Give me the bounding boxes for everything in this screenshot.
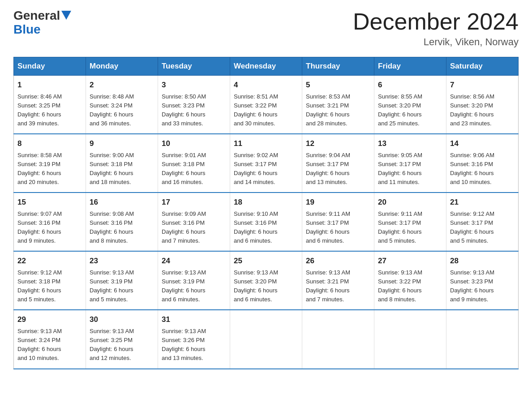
day-info: Sunrise: 9:10 AMSunset: 3:16 PMDaylight:…: [234, 210, 298, 246]
day-cell: 12Sunrise: 9:04 AMSunset: 3:17 PMDayligh…: [302, 134, 374, 193]
day-number: 10: [162, 138, 226, 150]
day-number: 22: [17, 255, 82, 267]
day-info: Sunrise: 9:11 AMSunset: 3:17 PMDaylight:…: [378, 210, 442, 246]
header-cell-thursday: Thursday: [302, 57, 374, 76]
week-row-4: 22Sunrise: 9:12 AMSunset: 3:18 PMDayligh…: [14, 251, 519, 310]
day-cell: 24Sunrise: 9:13 AMSunset: 3:19 PMDayligh…: [158, 251, 230, 310]
day-info: Sunrise: 9:13 AMSunset: 3:26 PMDaylight:…: [162, 327, 226, 363]
day-info: Sunrise: 9:05 AMSunset: 3:17 PMDaylight:…: [378, 151, 442, 187]
header-row: SundayMondayTuesdayWednesdayThursdayFrid…: [14, 57, 519, 76]
day-info: Sunrise: 9:07 AMSunset: 3:16 PMDaylight:…: [17, 210, 82, 246]
logo: General Blue: [13, 9, 71, 37]
day-cell: 26Sunrise: 9:13 AMSunset: 3:21 PMDayligh…: [302, 251, 374, 310]
day-number: 23: [90, 255, 154, 267]
day-info: Sunrise: 8:51 AMSunset: 3:22 PMDaylight:…: [234, 92, 298, 128]
day-info: Sunrise: 9:00 AMSunset: 3:18 PMDaylight:…: [90, 151, 154, 187]
day-info: Sunrise: 9:12 AMSunset: 3:18 PMDaylight:…: [17, 268, 82, 304]
day-info: Sunrise: 8:46 AMSunset: 3:25 PMDaylight:…: [17, 92, 82, 128]
day-info: Sunrise: 9:13 AMSunset: 3:23 PMDaylight:…: [450, 268, 515, 304]
day-number: 12: [306, 138, 370, 150]
day-number: 31: [162, 314, 226, 325]
day-info: Sunrise: 9:02 AMSunset: 3:17 PMDaylight:…: [234, 151, 298, 187]
day-cell: 28Sunrise: 9:13 AMSunset: 3:23 PMDayligh…: [446, 251, 519, 310]
day-cell: 31Sunrise: 9:13 AMSunset: 3:26 PMDayligh…: [158, 310, 230, 368]
day-cell: 14Sunrise: 9:06 AMSunset: 3:16 PMDayligh…: [446, 134, 519, 193]
day-cell: 10Sunrise: 9:01 AMSunset: 3:18 PMDayligh…: [158, 134, 230, 193]
day-info: Sunrise: 9:11 AMSunset: 3:17 PMDaylight:…: [306, 210, 370, 246]
day-info: Sunrise: 9:13 AMSunset: 3:25 PMDaylight:…: [90, 327, 154, 363]
calendar-body: 1Sunrise: 8:46 AMSunset: 3:25 PMDaylight…: [14, 76, 519, 369]
day-cell: 13Sunrise: 9:05 AMSunset: 3:17 PMDayligh…: [374, 134, 446, 193]
day-number: 28: [450, 255, 515, 267]
title-section: December 2024 Lervik, Viken, Norway: [353, 9, 519, 48]
day-info: Sunrise: 9:13 AMSunset: 3:24 PMDaylight:…: [17, 327, 82, 363]
day-info: Sunrise: 9:13 AMSunset: 3:20 PMDaylight:…: [234, 268, 298, 304]
day-cell: 18Sunrise: 9:10 AMSunset: 3:16 PMDayligh…: [230, 193, 302, 251]
day-cell: 8Sunrise: 8:58 AMSunset: 3:19 PMDaylight…: [14, 134, 86, 193]
day-cell: 25Sunrise: 9:13 AMSunset: 3:20 PMDayligh…: [230, 251, 302, 310]
day-number: 8: [17, 138, 82, 150]
day-number: 30: [90, 314, 154, 325]
header-cell-friday: Friday: [374, 57, 446, 76]
day-number: 27: [378, 255, 442, 267]
day-number: 24: [162, 255, 226, 267]
day-info: Sunrise: 8:56 AMSunset: 3:20 PMDaylight:…: [450, 92, 515, 128]
day-cell: 21Sunrise: 9:12 AMSunset: 3:17 PMDayligh…: [446, 193, 519, 251]
day-cell: 30Sunrise: 9:13 AMSunset: 3:25 PMDayligh…: [86, 310, 158, 368]
day-info: Sunrise: 9:13 AMSunset: 3:21 PMDaylight:…: [306, 268, 370, 304]
day-cell: 16Sunrise: 9:08 AMSunset: 3:16 PMDayligh…: [86, 193, 158, 251]
day-cell: [446, 310, 519, 368]
week-row-3: 15Sunrise: 9:07 AMSunset: 3:16 PMDayligh…: [14, 193, 519, 251]
day-cell: 4Sunrise: 8:51 AMSunset: 3:22 PMDaylight…: [230, 76, 302, 134]
day-cell: 15Sunrise: 9:07 AMSunset: 3:16 PMDayligh…: [14, 193, 86, 251]
day-cell: 19Sunrise: 9:11 AMSunset: 3:17 PMDayligh…: [302, 193, 374, 251]
day-info: Sunrise: 9:12 AMSunset: 3:17 PMDaylight:…: [450, 210, 515, 246]
day-cell: 29Sunrise: 9:13 AMSunset: 3:24 PMDayligh…: [14, 310, 86, 368]
day-info: Sunrise: 9:04 AMSunset: 3:17 PMDaylight:…: [306, 151, 370, 187]
day-number: 26: [306, 255, 370, 267]
day-info: Sunrise: 9:08 AMSunset: 3:16 PMDaylight:…: [90, 210, 154, 246]
day-number: 29: [17, 314, 82, 325]
day-number: 16: [90, 197, 154, 208]
day-info: Sunrise: 9:01 AMSunset: 3:18 PMDaylight:…: [162, 151, 226, 187]
header-cell-sunday: Sunday: [14, 57, 86, 76]
header-cell-saturday: Saturday: [446, 57, 519, 76]
day-cell: 2Sunrise: 8:48 AMSunset: 3:24 PMDaylight…: [86, 76, 158, 134]
day-cell: 27Sunrise: 9:13 AMSunset: 3:22 PMDayligh…: [374, 251, 446, 310]
day-cell: 7Sunrise: 8:56 AMSunset: 3:20 PMDaylight…: [446, 76, 519, 134]
calendar-header: SundayMondayTuesdayWednesdayThursdayFrid…: [14, 57, 519, 76]
day-number: 14: [450, 138, 515, 150]
day-number: 9: [90, 138, 154, 150]
day-number: 6: [378, 79, 442, 91]
logo-triangle-icon: [61, 11, 71, 21]
day-cell: 9Sunrise: 9:00 AMSunset: 3:18 PMDaylight…: [86, 134, 158, 193]
week-row-5: 29Sunrise: 9:13 AMSunset: 3:24 PMDayligh…: [14, 310, 519, 368]
day-cell: 23Sunrise: 9:13 AMSunset: 3:19 PMDayligh…: [86, 251, 158, 310]
page-header: General Blue December 2024 Lervik, Viken…: [13, 9, 519, 48]
logo-text-general: General: [13, 9, 60, 23]
day-number: 17: [162, 197, 226, 208]
day-info: Sunrise: 9:13 AMSunset: 3:19 PMDaylight:…: [90, 268, 154, 304]
header-cell-tuesday: Tuesday: [158, 57, 230, 76]
day-cell: 5Sunrise: 8:53 AMSunset: 3:21 PMDaylight…: [302, 76, 374, 134]
day-info: Sunrise: 8:48 AMSunset: 3:24 PMDaylight:…: [90, 92, 154, 128]
month-title: December 2024: [353, 9, 519, 34]
day-cell: 1Sunrise: 8:46 AMSunset: 3:25 PMDaylight…: [14, 76, 86, 134]
day-cell: 6Sunrise: 8:55 AMSunset: 3:20 PMDaylight…: [374, 76, 446, 134]
day-cell: 22Sunrise: 9:12 AMSunset: 3:18 PMDayligh…: [14, 251, 86, 310]
day-info: Sunrise: 8:53 AMSunset: 3:21 PMDaylight:…: [306, 92, 370, 128]
week-row-1: 1Sunrise: 8:46 AMSunset: 3:25 PMDaylight…: [14, 76, 519, 134]
day-number: 19: [306, 197, 370, 208]
day-cell: 11Sunrise: 9:02 AMSunset: 3:17 PMDayligh…: [230, 134, 302, 193]
day-number: 1: [17, 79, 82, 91]
day-number: 13: [378, 138, 442, 150]
day-number: 25: [234, 255, 298, 267]
day-number: 20: [378, 197, 442, 208]
location-title: Lervik, Viken, Norway: [353, 36, 519, 48]
day-number: 7: [450, 79, 515, 91]
day-cell: 20Sunrise: 9:11 AMSunset: 3:17 PMDayligh…: [374, 193, 446, 251]
day-info: Sunrise: 8:55 AMSunset: 3:20 PMDaylight:…: [378, 92, 442, 128]
day-number: 11: [234, 138, 298, 150]
calendar-table: SundayMondayTuesdayWednesdayThursdayFrid…: [13, 57, 519, 369]
day-info: Sunrise: 9:09 AMSunset: 3:16 PMDaylight:…: [162, 210, 226, 246]
